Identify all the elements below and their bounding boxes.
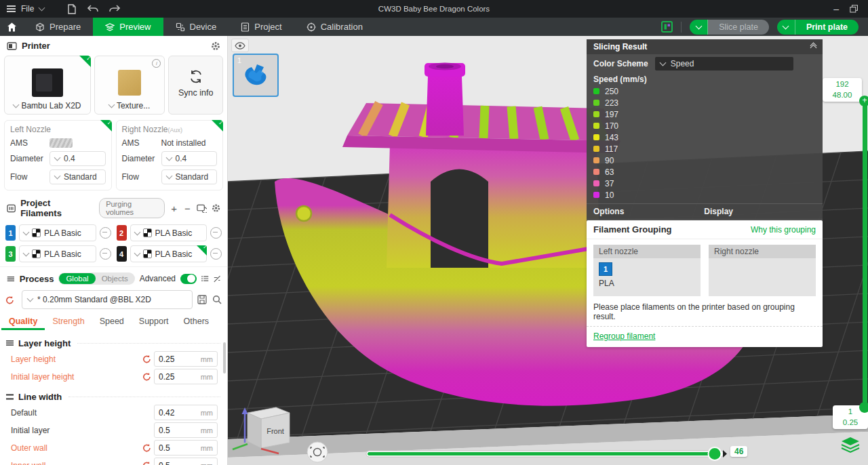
- search-icon[interactable]: [212, 295, 222, 304]
- initial-layer-height-input[interactable]: 0.25mm: [154, 369, 218, 384]
- reset-preset-icon[interactable]: [5, 296, 14, 304]
- filament-number-badge[interactable]: 3: [5, 246, 16, 262]
- inner-wall-line-width-input[interactable]: 0.5mm: [154, 458, 218, 465]
- sync-info-button[interactable]: Sync info: [168, 56, 223, 115]
- tab-support[interactable]: Support: [132, 315, 176, 330]
- plate-settings-icon[interactable]: [661, 21, 673, 33]
- remove-filament-2-icon[interactable]: [210, 227, 222, 239]
- right-flow-select[interactable]: Standard: [161, 169, 218, 184]
- vertical-slider-bottom-handle[interactable]: [859, 402, 868, 413]
- undo-icon[interactable]: [87, 5, 98, 14]
- home-button[interactable]: [0, 18, 23, 36]
- settings-side-panel: Printer Bambu Lab X2D i Texture... Sync …: [0, 36, 228, 465]
- calibration-icon: [307, 22, 316, 32]
- plate-thumbnail[interactable]: 1: [233, 54, 279, 97]
- plate-type-card[interactable]: i Texture...: [94, 56, 165, 115]
- tab-preview[interactable]: Preview: [93, 18, 163, 36]
- printer-select-chevron-icon[interactable]: [13, 102, 20, 108]
- save-preset-icon[interactable]: [197, 295, 208, 304]
- tab-speed[interactable]: Speed: [92, 315, 132, 330]
- filament-number-badge[interactable]: 2: [117, 225, 127, 241]
- print-plate-button[interactable]: Print plate: [777, 20, 859, 35]
- scope-global[interactable]: Global: [59, 273, 95, 284]
- default-line-width-input[interactable]: 0.42mm: [154, 405, 218, 420]
- title-bar: File CW3D Baby Bee Dragon Colors –: [0, 0, 868, 18]
- filament-select-4[interactable]: PLA Basic: [130, 245, 208, 262]
- layer-height-group-header: Layer height: [5, 338, 220, 348]
- scope-objects[interactable]: Objects: [96, 273, 134, 284]
- remove-filament-1-icon[interactable]: [100, 227, 111, 239]
- color-scheme-select[interactable]: Speed: [655, 57, 793, 70]
- legend-item: 63: [587, 166, 823, 178]
- filament-select-2[interactable]: PLA Basic: [130, 224, 208, 241]
- minimize-button[interactable]: –: [833, 5, 839, 12]
- printer-image: [32, 68, 63, 97]
- slicing-result-header[interactable]: Slicing Result: [587, 39, 823, 54]
- reset-value-icon[interactable]: [142, 355, 151, 363]
- file-menu[interactable]: File: [21, 4, 34, 14]
- speed-swatch: [593, 100, 599, 106]
- preview-eye-toggle[interactable]: [231, 39, 249, 52]
- orient-gizmo-button[interactable]: [307, 442, 328, 462]
- layer-height-input[interactable]: 0.25mm: [154, 351, 218, 367]
- restore-window-button[interactable]: [850, 5, 859, 13]
- process-preset-select[interactable]: * 0.20mm Standard @BBL X2D: [22, 290, 193, 309]
- filament-settings-gear-icon[interactable]: [212, 203, 220, 213]
- tab-project[interactable]: Project: [229, 18, 294, 36]
- parameter-list-icon[interactable]: [201, 275, 209, 283]
- slider-handle[interactable]: [709, 447, 722, 460]
- grouping-note: Please place filaments on the printer ba…: [587, 296, 823, 327]
- grouped-filament-badge[interactable]: 1: [599, 262, 612, 276]
- slice-plate-button[interactable]: Slice plate: [690, 20, 769, 35]
- left-flow-select[interactable]: Standard: [50, 169, 106, 184]
- tab-prepare[interactable]: Prepare: [23, 18, 93, 36]
- vertical-slider-plus-handle[interactable]: +: [859, 96, 868, 106]
- legend-item: 170: [587, 120, 823, 132]
- filament-select-3[interactable]: PLA Basic: [19, 245, 96, 262]
- tab-calibration[interactable]: Calibration: [294, 18, 375, 36]
- tab-quality[interactable]: Quality: [1, 315, 45, 330]
- purging-volumes-button[interactable]: Purging volumes: [99, 198, 165, 218]
- file-menu-chevron-icon[interactable]: [39, 5, 45, 12]
- filament-number-badge[interactable]: 1: [5, 225, 16, 241]
- collapse-panel-icon[interactable]: [811, 45, 816, 49]
- printer-card[interactable]: Bambu Lab X2D: [4, 56, 91, 115]
- remove-filament-3-icon[interactable]: [100, 248, 111, 260]
- print-options-chevron-icon[interactable]: [777, 20, 795, 35]
- vertical-layer-slider[interactable]: [863, 100, 867, 407]
- left-diameter-select[interactable]: 0.4: [50, 151, 106, 166]
- save-file-icon[interactable]: [67, 4, 77, 14]
- hamburger-menu-icon[interactable]: [7, 4, 16, 14]
- speed-legend: 250 223 197 170 143 117 90 63 37 10: [587, 85, 823, 201]
- initial-layer-line-width-input[interactable]: 0.5mm: [154, 422, 218, 438]
- viewport-3d[interactable]: PEI PLATE: [227, 36, 868, 465]
- tab-device[interactable]: Device: [163, 18, 229, 36]
- remove-filament-button[interactable]: −: [183, 203, 192, 214]
- add-filament-button[interactable]: +: [170, 203, 178, 214]
- legend-item: 90: [587, 155, 823, 166]
- tab-strength[interactable]: Strength: [45, 315, 92, 330]
- reset-value-icon[interactable]: [142, 443, 151, 452]
- ams-status-icon[interactable]: [50, 138, 73, 148]
- panel-scrollbar[interactable]: [223, 342, 226, 373]
- sync-filament-icon[interactable]: [197, 203, 207, 213]
- filament-select-1[interactable]: PLA Basic: [19, 224, 96, 241]
- remove-filament-4-icon[interactable]: [210, 248, 222, 260]
- filament-number-badge[interactable]: 4: [117, 246, 127, 262]
- advanced-toggle[interactable]: [180, 274, 197, 284]
- redo-icon[interactable]: [109, 5, 120, 14]
- plate-info-icon[interactable]: i: [152, 59, 161, 68]
- reset-value-icon[interactable]: [142, 372, 151, 381]
- outer-wall-line-width-input[interactable]: 0.5mm: [154, 440, 218, 456]
- customize-icon[interactable]: [214, 275, 220, 283]
- right-diameter-select[interactable]: 0.4: [161, 151, 218, 166]
- process-scope-toggle[interactable]: Global Objects: [58, 272, 134, 285]
- why-this-grouping-link[interactable]: Why this grouping: [751, 225, 816, 235]
- plate-select-chevron-icon[interactable]: [108, 102, 115, 108]
- printer-settings-gear-icon[interactable]: [211, 41, 220, 51]
- tab-others[interactable]: Others: [176, 315, 217, 330]
- reset-value-icon[interactable]: [142, 461, 151, 465]
- slice-options-chevron-icon[interactable]: [690, 20, 708, 35]
- filament-slot-2: 2 PLA Basic: [117, 224, 222, 241]
- regroup-filament-link[interactable]: Regroup filament: [593, 331, 655, 341]
